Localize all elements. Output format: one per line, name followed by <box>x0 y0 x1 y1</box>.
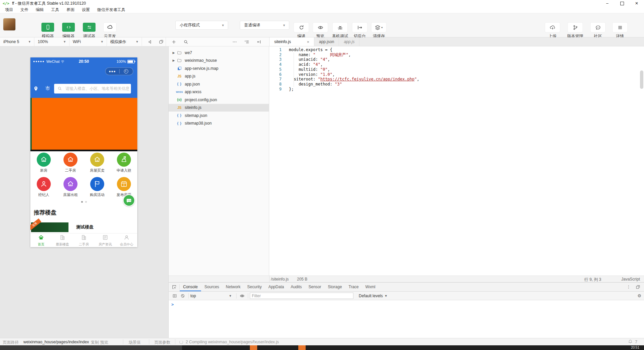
menu-item-2[interactable]: 编辑 <box>32 7 47 13</box>
sim-action-select[interactable]: 模拟操作 ▼ <box>107 37 142 46</box>
banner-image[interactable] <box>30 98 137 151</box>
menu-item-5[interactable]: 设置 <box>78 7 94 13</box>
upload-action-button[interactable]: 上传 <box>545 23 560 39</box>
branch-action-button[interactable]: 版本管理 <box>567 23 583 39</box>
network-select[interactable]: WiFi ▼ <box>69 37 107 46</box>
eye-action-button[interactable]: 预览 <box>313 23 328 39</box>
console-output[interactable]: > <box>169 300 644 307</box>
compile-mode-select[interactable]: 普通编译 ▼ <box>240 21 289 30</box>
close-button[interactable]: ✕ <box>629 0 644 7</box>
phone-tab-二手房[interactable]: 二手房 <box>73 233 95 247</box>
grid-item-新房[interactable]: 新房 <box>30 153 57 173</box>
phone-tab-房产资讯[interactable]: 房产资讯 <box>95 233 116 247</box>
add-file-icon[interactable] <box>169 37 178 46</box>
copy-path-link[interactable]: 复制 <box>91 340 99 345</box>
tree-item-sitemap38.json[interactable]: { }sitemap38.json <box>169 120 269 128</box>
expand-caret-icon[interactable]: ▶ <box>171 59 176 62</box>
menu-item-6[interactable]: 微信开发者工具 <box>94 7 129 13</box>
preview-path-link[interactable]: 预览 <box>100 340 108 345</box>
maximize-button[interactable] <box>615 0 629 7</box>
editor-tab-app.js[interactable]: app.js <box>339 37 359 46</box>
collapse-tree-icon[interactable] <box>255 37 264 46</box>
tree-item-app.js[interactable]: JSapp.js <box>169 72 269 80</box>
grid-item-发布房源[interactable]: 发布房源 <box>111 177 137 197</box>
grid-item-申请入驻[interactable]: 申请入驻 <box>111 153 137 173</box>
language-label[interactable]: JavaScript <box>621 277 640 282</box>
user-avatar[interactable] <box>3 18 15 30</box>
devtools-tab-Storage[interactable]: Storage <box>325 283 345 291</box>
code-line[interactable]: 8 design_method: "3" <box>269 82 644 87</box>
search-files-icon[interactable] <box>181 37 190 46</box>
miniprogram-capsule[interactable]: ●●● <box>105 67 133 75</box>
refresh-action-button[interactable]: 编译 <box>294 23 309 39</box>
page-params-label[interactable]: 页面参数 <box>154 340 170 345</box>
city-label[interactable]: 市 <box>45 85 50 92</box>
tree-item-we7[interactable]: ▶we7 <box>169 49 269 57</box>
grid-item-购房活动[interactable]: 购房活动 <box>84 177 111 197</box>
execution-context-select[interactable]: top ▼ <box>190 294 234 298</box>
code-editor[interactable]: 1module.exports = { 2 name: " 同城房产", 3 u… <box>269 46 644 276</box>
more-options-icon[interactable] <box>230 37 239 46</box>
devtools-tab-AppData[interactable]: AppData <box>265 283 287 291</box>
clear-console-icon[interactable] <box>179 292 187 300</box>
devtools-tab-Trace[interactable]: Trace <box>345 283 362 291</box>
console-sidebar-icon[interactable] <box>171 292 179 300</box>
notification-bell-icon[interactable] <box>628 339 633 345</box>
search-box[interactable] <box>54 84 131 94</box>
toolbar-phone-toggle-button[interactable]: 模拟器 <box>40 23 55 39</box>
expand-caret-icon[interactable]: ▶ <box>171 51 176 54</box>
minimize-button[interactable]: – <box>600 0 615 7</box>
taskbar-app-icon[interactable] <box>298 345 306 350</box>
devtools-tab-Network[interactable]: Network <box>222 283 244 291</box>
inspect-element-icon[interactable] <box>169 284 180 290</box>
devtools-tab-Audits[interactable]: Audits <box>287 283 305 291</box>
community-action-button[interactable]: 社区 <box>591 23 605 39</box>
code-line[interactable]: 9}; <box>269 87 644 92</box>
listing-item[interactable]: 在售 测试楼盘 <box>30 222 137 232</box>
tree-item-app-service.js.map[interactable]: app-service.js.map <box>169 64 269 72</box>
kebab-menu-icon[interactable]: ⋮ <box>625 283 633 291</box>
code-line[interactable]: 4 acid: "4", <box>269 62 644 67</box>
chat-float-button[interactable] <box>123 194 135 206</box>
details-action-button[interactable]: 详情 <box>613 23 627 39</box>
code-line[interactable]: 6 version: "1.0", <box>269 72 644 77</box>
phone-tab-会员中心[interactable]: 会员中心 <box>116 233 137 247</box>
tree-item-app.wxss[interactable]: WXSSapp.wxss <box>169 88 269 96</box>
toolbar-cloud-toggle-button[interactable]: 云开发 <box>102 23 118 39</box>
sort-files-icon[interactable] <box>242 37 251 46</box>
tree-item-siteinfo.js[interactable]: JSsiteinfo.js <box>169 104 269 112</box>
popout-window-icon[interactable] <box>634 283 642 291</box>
editor-tab-app.json[interactable]: app.json <box>314 37 339 46</box>
taskbar-app-icon[interactable] <box>250 345 257 350</box>
tree-item-app.json[interactable]: { }app.json <box>169 80 269 88</box>
phone-tab-首页[interactable]: 首页 <box>30 233 52 247</box>
editor-scrollbar[interactable] <box>640 70 643 89</box>
code-line[interactable]: 2 name: " 同城房产", <box>269 52 644 57</box>
bug-action-button[interactable]: 真机调试 <box>332 23 348 39</box>
mode-select[interactable]: 小程序模式 ▼ <box>175 21 228 30</box>
search-input[interactable] <box>65 86 130 91</box>
toolbar-code-toggle-button[interactable]: 编辑器 <box>61 23 76 39</box>
console-filter-input[interactable] <box>250 293 353 299</box>
code-line[interactable]: 5 multiid: "0", <box>269 67 644 72</box>
capsule-close-icon[interactable] <box>120 69 133 73</box>
live-expression-eye-icon[interactable] <box>238 292 246 300</box>
editor-tab-siteinfo.js[interactable]: siteinfo.js × <box>270 37 314 46</box>
scene-value-label[interactable]: 场景值 <box>129 340 141 345</box>
devtools-tab-Console[interactable]: Console <box>180 283 201 291</box>
sound-icon[interactable] <box>146 37 155 46</box>
tree-item-weixinmao_house[interactable]: ▶weixinmao_house <box>169 57 269 65</box>
devtools-tab-Sensor[interactable]: Sensor <box>305 283 325 291</box>
zoom-select[interactable]: 100% ▼ <box>34 37 69 46</box>
location-pin-icon[interactable] <box>33 86 39 92</box>
menu-item-1[interactable]: 文件 <box>17 7 32 13</box>
grid-item-二手房[interactable]: 二手房 <box>57 153 84 173</box>
capsule-more-icon[interactable]: ●●● <box>106 69 119 73</box>
code-line[interactable]: 7 siteroot: "https://tcfc.feiyulive.cn/a… <box>269 77 644 82</box>
console-settings-gear-icon[interactable]: ⚙ <box>637 293 641 298</box>
devtools-tab-Security[interactable]: Security <box>244 283 265 291</box>
code-line[interactable]: 1module.exports = { <box>269 47 644 52</box>
menu-item-4[interactable]: 界面 <box>63 7 78 13</box>
grid-item-经纪人[interactable]: 经纪人 <box>30 177 57 197</box>
layers-action-button[interactable]: ▾ 清缓存 <box>371 23 386 39</box>
